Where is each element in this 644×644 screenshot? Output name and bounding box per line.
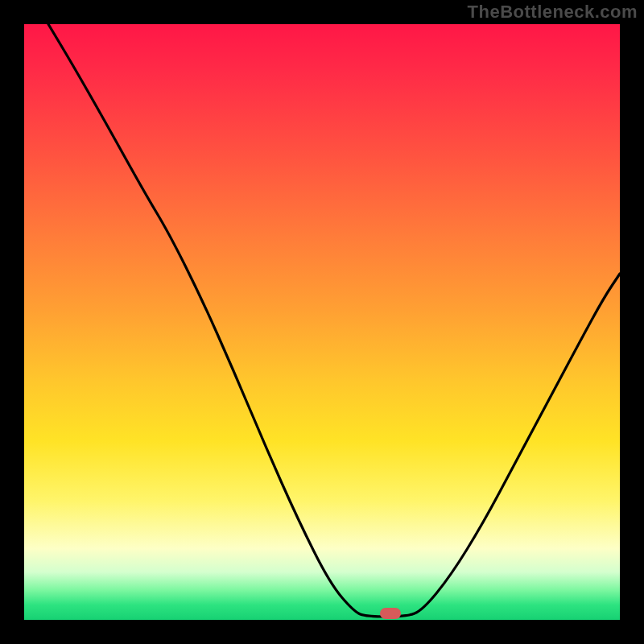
optimal-marker — [380, 608, 401, 619]
watermark-text: TheBottleneck.com — [468, 2, 638, 23]
bottleneck-curve — [24, 24, 620, 620]
plot-area — [24, 24, 620, 620]
curve-path — [48, 24, 620, 617]
chart-frame: TheBottleneck.com — [0, 0, 644, 644]
